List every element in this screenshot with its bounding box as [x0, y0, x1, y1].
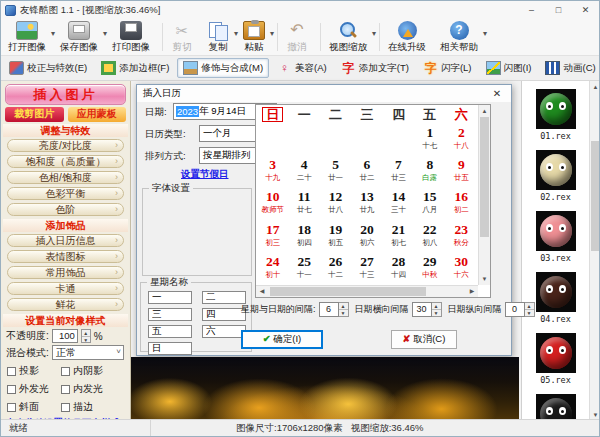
sidebar-item[interactable]: 色阶 [7, 203, 124, 216]
weekname-input[interactable] [148, 325, 192, 338]
scrollbar-thumb[interactable] [480, 117, 489, 237]
date-label: 日期: [145, 106, 167, 119]
thumbnail-list: 01.rex02.rex03.rex04.rex05.rex [522, 89, 589, 421]
week-date-gap-stepper[interactable]: 6▲▼ [319, 302, 349, 317]
ok-button[interactable]: 确定(I) [241, 330, 323, 349]
tab-compose[interactable]: 修饰与合成(M) [177, 58, 269, 78]
scrollbar-thumb[interactable] [270, 287, 426, 296]
checkbox-unchecked[interactable] [61, 385, 70, 394]
ornament-thumbnail[interactable]: 05.rex [522, 333, 589, 385]
opacity-input[interactable]: 100 [52, 329, 78, 343]
thumbnail-frame [536, 211, 576, 251]
scroll-up-icon[interactable]: ▲ [590, 81, 600, 93]
maximize-button[interactable]: □ [545, 1, 572, 19]
panel-scrollbar[interactable]: ▲ ▼ [589, 81, 600, 421]
day-number: 26 [320, 253, 351, 270]
sidebar-item[interactable]: 饱和度（高质量） [7, 155, 124, 168]
window-title: 友锋酷图 1.1 - [视图缩放:36.46%] [20, 4, 160, 17]
zoom-icon [337, 21, 359, 40]
toolbar-button-print-image[interactable]: 打印图像 [107, 20, 159, 54]
blend-mode-select[interactable]: 正常 [52, 345, 124, 360]
calendar-day-cell: 26十二 [320, 253, 351, 285]
toolbar-button-open-image[interactable]: 打开图像▾ [3, 20, 55, 54]
toolbar-button-help[interactable]: ?相关帮助▾ [435, 20, 487, 54]
sidebar-item[interactable]: 鲜花 [7, 298, 124, 311]
weekname-input[interactable] [202, 325, 246, 338]
day-number: 5 [320, 156, 351, 173]
lunar-label: 初六 [351, 238, 382, 247]
tab-flash-text[interactable]: 字闪字(L) [417, 58, 478, 78]
eye-icon [559, 224, 566, 232]
dropdown-arrow-icon[interactable]: ▾ [372, 29, 376, 38]
tab-beauty[interactable]: ♀美容(A) [271, 58, 333, 78]
opacity-stepper[interactable]: ▲▼ [81, 329, 91, 343]
close-button[interactable]: ✕ [572, 1, 599, 19]
toolbar-button-upgrade[interactable]: 在线升级 [383, 20, 435, 54]
dropdown-arrow-icon[interactable]: ▾ [483, 29, 487, 38]
scroll-down-icon[interactable]: ▼ [479, 273, 490, 285]
lunar-label: 十二 [320, 270, 351, 279]
arrange-label: 排列方式: [145, 150, 186, 163]
checkbox-unchecked[interactable] [7, 367, 16, 376]
sidebar-item[interactable]: 亮度/对比度 [7, 139, 124, 152]
set-holidays-link[interactable]: 设置节假日 [181, 168, 229, 181]
crop-picture-button[interactable]: 裁剪图片 [5, 107, 64, 122]
calendar-weekday-header: 四 [383, 106, 414, 124]
dialog-close-button[interactable]: ✕ [483, 85, 511, 102]
date-h-gap-stepper[interactable]: 30▲▼ [412, 302, 442, 317]
toolbar-button-save-image[interactable]: 保存图像▾ [55, 20, 107, 54]
week-name-inputs [148, 291, 248, 355]
calendar-weekday-header: 二 [320, 106, 351, 124]
apply-mask-button[interactable]: 应用蒙板 [68, 107, 127, 122]
tab-animation[interactable]: 动画(C) [539, 58, 600, 78]
scroll-left-icon[interactable]: ◀ [256, 286, 268, 297]
scroll-right-icon[interactable]: ▶ [466, 286, 478, 297]
cancel-button[interactable]: 取消(C) [391, 330, 457, 349]
toolbar-button-zoom[interactable]: 视图缩放▾ [324, 20, 376, 54]
ornament-thumbnail[interactable]: 03.rex [522, 211, 589, 263]
tab-flash-image[interactable]: 闪图(I) [480, 58, 538, 78]
weekname-input[interactable] [202, 308, 246, 321]
calendar-weekday-header: 日 [257, 106, 288, 124]
tab-text[interactable]: 字添加文字(T) [335, 58, 415, 78]
calendar-horizontal-scrollbar[interactable]: ◀ ▶ [256, 285, 478, 297]
weekname-input[interactable] [148, 342, 192, 355]
sidebar-item[interactable]: 插入日历信息 [7, 234, 124, 247]
tab-border[interactable]: 添加边框(F) [95, 58, 175, 78]
ornament-thumbnail[interactable]: 02.rex [522, 150, 589, 202]
weekname-input[interactable] [202, 291, 246, 304]
weekname-input[interactable] [148, 308, 192, 321]
date-v-gap-stepper[interactable]: 0▲▼ [505, 302, 535, 317]
toolbar-button-paste[interactable]: 粘贴▾ [238, 20, 274, 54]
weekname-input[interactable] [148, 291, 192, 304]
toolbar-button-copy[interactable]: 复制▾ [202, 20, 238, 54]
day-number: 16 [446, 188, 477, 205]
calendar-weekday-header: 三 [351, 106, 382, 124]
day-number: 27 [351, 253, 382, 270]
sidebar-item[interactable]: 表情图标 [7, 250, 124, 263]
section-adjust-effects: 调整与特效 [3, 124, 128, 137]
sidebar-item[interactable]: 色彩平衡 [7, 187, 124, 200]
checkbox-unchecked[interactable] [61, 403, 70, 412]
scroll-up-icon[interactable]: ▲ [479, 105, 490, 117]
ornament-thumbnail[interactable] [522, 394, 589, 421]
day-number: 29 [414, 253, 445, 270]
ornament-thumbnail[interactable]: 01.rex [522, 89, 589, 141]
sidebar-item[interactable]: 色相/饱和度 [7, 171, 124, 184]
tab-effects[interactable]: 校正与特效(E) [3, 58, 93, 78]
week-names-label: 星期名称 [147, 276, 191, 289]
checkbox-unchecked[interactable] [7, 403, 16, 412]
tab-label: 添加文字(T) [359, 62, 409, 75]
minimize-button[interactable]: – [518, 1, 545, 19]
sidebar-item[interactable]: 卡通 [7, 282, 124, 295]
checkbox-unchecked[interactable] [7, 385, 16, 394]
sidebar-item[interactable]: 常用饰品 [7, 266, 124, 279]
calendar-vertical-scrollbar[interactable]: ▲ ▼ [478, 105, 490, 285]
insert-picture-button[interactable]: 插入图片 [5, 84, 126, 105]
scrollbar-thumb[interactable] [591, 141, 600, 251]
toolbar-button-undo: ↶撤消 [281, 20, 317, 54]
checkbox-unchecked[interactable] [61, 367, 70, 376]
calendar-day-cell [320, 124, 351, 156]
day-number: 28 [383, 253, 414, 270]
dropdown-arrow-icon[interactable]: ▾ [270, 29, 274, 38]
